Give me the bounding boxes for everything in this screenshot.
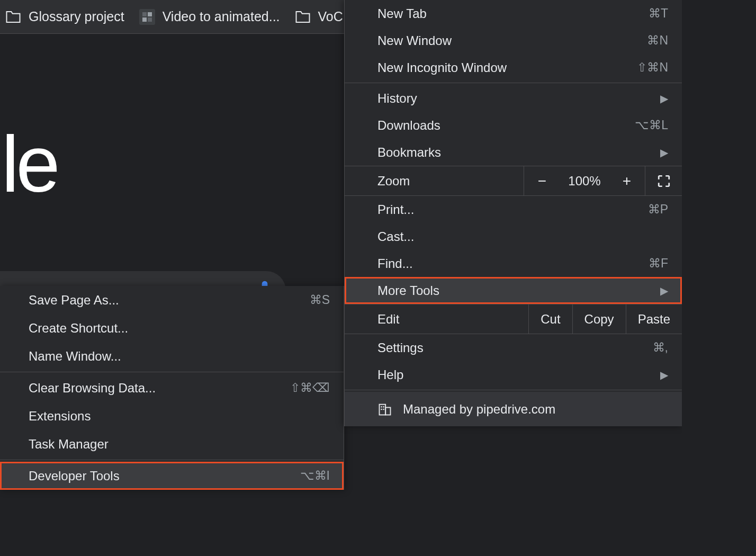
menu-label: New Window	[377, 33, 452, 48]
zoom-in-button[interactable]: +	[609, 166, 645, 195]
svg-rect-1	[148, 12, 152, 16]
folder-icon	[295, 10, 311, 24]
menu-label: Clear Browsing Data...	[29, 381, 156, 396]
menu-label: Save Page As...	[29, 293, 119, 308]
menu-find[interactable]: Find... ⌘F	[345, 250, 682, 277]
cut-button[interactable]: Cut	[529, 304, 572, 334]
folder-icon	[5, 10, 21, 24]
menu-label: New Incognito Window	[377, 60, 507, 75]
menu-save-page-as[interactable]: Save Page As... ⌘S	[0, 286, 344, 314]
menu-developer-tools[interactable]: Developer Tools ⌥⌘I	[0, 462, 344, 490]
menu-label: History	[377, 91, 417, 106]
menu-settings[interactable]: Settings ⌘,	[345, 334, 682, 361]
menu-shortcut: ⌘,	[653, 340, 668, 355]
bookmark-video-animated[interactable]: Video to animated...	[139, 9, 280, 25]
menu-shortcut: ⌘P	[648, 202, 668, 217]
svg-rect-9	[381, 406, 382, 407]
menu-downloads[interactable]: Downloads ⌥⌘L	[345, 112, 682, 139]
menu-label: Settings	[377, 340, 424, 355]
svg-rect-10	[383, 406, 384, 407]
menu-more-tools[interactable]: More Tools ▶	[345, 277, 682, 304]
menu-history[interactable]: History ▶	[345, 85, 682, 112]
menu-label: Help	[377, 367, 403, 382]
menu-label: Extensions	[29, 409, 91, 424]
menu-bookmarks[interactable]: Bookmarks ▶	[345, 139, 682, 166]
chevron-right-icon: ▶	[660, 146, 668, 159]
fullscreen-button[interactable]	[645, 166, 682, 195]
menu-help[interactable]: Help ▶	[345, 361, 682, 388]
fullscreen-icon	[657, 174, 671, 188]
menu-label: New Tab	[377, 6, 427, 21]
menu-label: Downloads	[377, 118, 440, 133]
menu-new-tab[interactable]: New Tab ⌘T	[345, 0, 682, 27]
chrome-main-menu: New Tab ⌘T New Window ⌘N New Incognito W…	[344, 0, 682, 426]
menu-label: Find...	[377, 256, 413, 271]
svg-rect-3	[148, 17, 152, 22]
menu-label: Print...	[377, 202, 414, 217]
menu-shortcut: ⇧⌘N	[637, 60, 668, 75]
menu-label: Cast...	[377, 229, 414, 244]
menu-extensions[interactable]: Extensions	[0, 402, 344, 430]
more-tools-submenu: Save Page As... ⌘S Create Shortcut... Na…	[0, 286, 344, 490]
gif-icon	[139, 9, 155, 25]
menu-label: Bookmarks	[377, 145, 441, 160]
menu-shortcut: ⌥⌘L	[635, 118, 668, 132]
menu-edit-row: Edit Cut Copy Paste	[345, 304, 682, 334]
bookmark-label: Video to animated...	[163, 9, 280, 24]
menu-shortcut: ⌘T	[649, 6, 668, 21]
svg-rect-11	[381, 408, 382, 409]
bookmark-label: Glossary project	[29, 9, 124, 24]
menu-shortcut: ⇧⌘⌫	[290, 381, 330, 395]
menu-label: Name Window...	[29, 349, 121, 364]
chevron-right-icon: ▶	[660, 92, 668, 105]
zoom-label: Zoom	[345, 166, 524, 195]
google-logo: ogle	[0, 119, 57, 210]
menu-new-window[interactable]: New Window ⌘N	[345, 27, 682, 54]
svg-rect-7	[380, 404, 386, 415]
menu-shortcut: ⌥⌘I	[300, 469, 330, 483]
menu-name-window[interactable]: Name Window...	[0, 342, 344, 370]
paste-button[interactable]: Paste	[626, 304, 682, 334]
menu-separator	[345, 390, 682, 390]
menu-task-manager[interactable]: Task Manager	[0, 430, 344, 458]
svg-rect-0	[142, 12, 147, 16]
menu-zoom-row: Zoom − 100% +	[345, 166, 682, 196]
edit-label: Edit	[345, 304, 529, 334]
menu-separator	[345, 83, 682, 83]
menu-clear-browsing-data[interactable]: Clear Browsing Data... ⇧⌘⌫	[0, 374, 344, 402]
svg-rect-8	[385, 407, 390, 415]
menu-label: More Tools	[377, 283, 439, 298]
zoom-value: 100%	[560, 174, 609, 189]
menu-separator	[0, 372, 344, 372]
menu-shortcut: ⌘N	[647, 33, 668, 48]
menu-create-shortcut[interactable]: Create Shortcut...	[0, 314, 344, 342]
menu-new-incognito-window[interactable]: New Incognito Window ⇧⌘N	[345, 54, 682, 81]
bookmark-glossary-project[interactable]: Glossary project	[5, 9, 124, 24]
building-icon	[377, 402, 392, 417]
menu-separator	[0, 460, 344, 460]
menu-label: Developer Tools	[29, 469, 120, 483]
svg-rect-2	[142, 17, 147, 22]
zoom-out-button[interactable]: −	[524, 166, 560, 195]
menu-label: Create Shortcut...	[29, 321, 128, 336]
menu-label: Task Manager	[29, 437, 109, 452]
chevron-right-icon: ▶	[660, 369, 668, 381]
menu-shortcut: ⌘S	[310, 293, 330, 307]
copy-button[interactable]: Copy	[573, 304, 626, 334]
menu-print[interactable]: Print... ⌘P	[345, 196, 682, 223]
menu-cast[interactable]: Cast...	[345, 223, 682, 250]
chevron-right-icon: ▶	[660, 284, 668, 297]
menu-managed-by[interactable]: Managed by pipedrive.com	[345, 392, 682, 426]
managed-label: Managed by pipedrive.com	[403, 402, 555, 417]
menu-shortcut: ⌘F	[649, 256, 668, 271]
svg-rect-12	[383, 408, 384, 409]
